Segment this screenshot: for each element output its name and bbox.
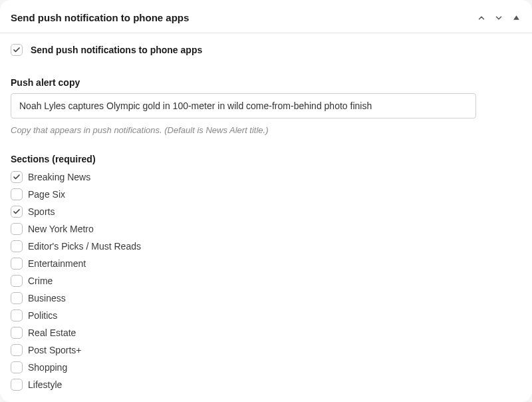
check-icon — [13, 46, 21, 54]
section-checkbox[interactable] — [11, 361, 23, 373]
section-item: Entertainment — [11, 256, 521, 271]
check-icon — [13, 173, 21, 181]
section-checkbox[interactable] — [11, 171, 23, 183]
section-item: Business — [11, 291, 521, 305]
section-item: Sports — [11, 204, 521, 219]
section-checkbox[interactable] — [11, 188, 23, 200]
section-item: New York Metro — [11, 222, 521, 236]
section-item: Politics — [11, 308, 521, 323]
push-copy-label: Push alert copy — [11, 77, 521, 88]
triangle-up-icon — [513, 14, 520, 21]
push-notification-panel: Send push notification to phone apps Sen… — [0, 0, 532, 402]
panel-title: Send push notification to phone apps — [11, 12, 189, 23]
section-checkbox[interactable] — [11, 275, 23, 287]
section-label: Politics — [28, 310, 57, 321]
section-label: Business — [28, 293, 66, 303]
sections-label: Sections (required) — [11, 154, 521, 164]
section-checkbox[interactable] — [11, 240, 23, 252]
section-label: Crime — [28, 276, 53, 286]
section-item: Real Estate — [11, 325, 521, 340]
chevron-up-icon — [477, 13, 486, 23]
section-item: Shopping — [11, 360, 521, 375]
push-copy-input[interactable] — [11, 93, 476, 118]
section-item: Post Sports+ — [11, 343, 521, 357]
svg-marker-0 — [513, 15, 519, 20]
push-copy-help: Copy that appears in push notifications.… — [11, 125, 521, 135]
section-label: Editor's Picks / Must Reads — [28, 241, 141, 252]
panel-body: Send push notifications to phone apps Pu… — [0, 33, 532, 402]
section-checkbox[interactable] — [11, 327, 23, 339]
section-label: Entertainment — [28, 258, 86, 269]
section-label: Shopping — [28, 362, 67, 373]
send-push-label: Send push notifications to phone apps — [31, 45, 202, 55]
check-icon — [13, 208, 21, 216]
chevron-down-icon — [494, 13, 503, 23]
section-checkbox[interactable] — [11, 258, 23, 270]
panel-controls — [476, 13, 521, 23]
collapse-button[interactable] — [511, 13, 521, 23]
panel-header: Send push notification to phone apps — [0, 0, 532, 33]
move-up-button[interactable] — [476, 13, 487, 23]
section-label: Real Estate — [28, 327, 76, 338]
section-checkbox[interactable] — [11, 223, 23, 235]
section-label: Sports — [28, 206, 55, 217]
section-label: Page Six — [28, 189, 65, 200]
main-toggle-row: Send push notifications to phone apps — [11, 44, 521, 56]
section-label: New York Metro — [28, 224, 94, 234]
section-item: Editor's Picks / Must Reads — [11, 239, 521, 254]
section-checkbox[interactable] — [11, 309, 23, 321]
section-item: Breaking News — [11, 170, 521, 184]
section-item: Lifestyle — [11, 377, 521, 392]
section-checkbox[interactable] — [11, 206, 23, 218]
section-item: Page Six — [11, 187, 521, 202]
sections-list: Breaking NewsPage SixSportsNew York Metr… — [11, 170, 521, 392]
move-down-button[interactable] — [493, 13, 504, 23]
section-item: Crime — [11, 274, 521, 288]
section-label: Breaking News — [28, 172, 90, 182]
section-label: Post Sports+ — [28, 345, 82, 355]
section-label: Lifestyle — [28, 379, 62, 390]
send-push-checkbox[interactable] — [11, 44, 23, 56]
section-checkbox[interactable] — [11, 344, 23, 356]
section-checkbox[interactable] — [11, 292, 23, 304]
section-checkbox[interactable] — [11, 379, 23, 391]
